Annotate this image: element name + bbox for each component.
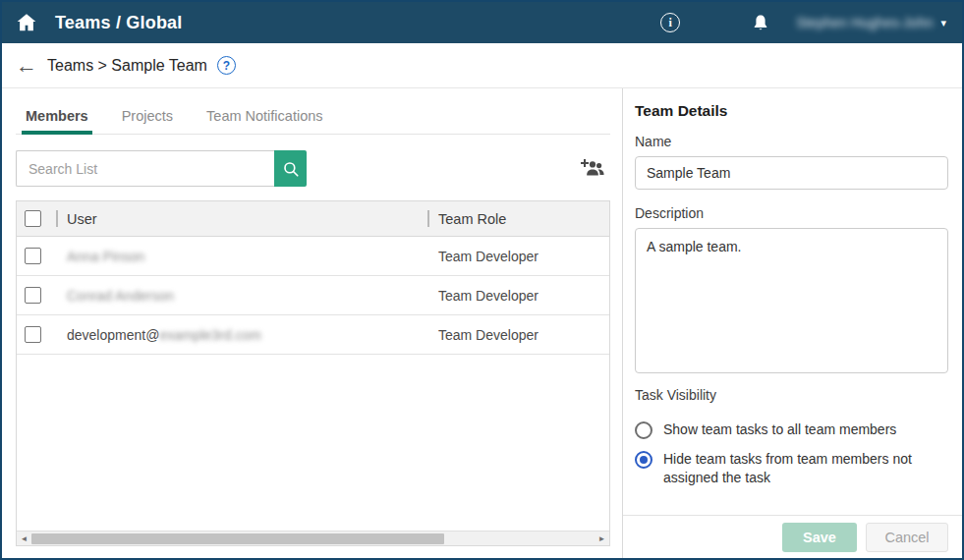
add-member-button[interactable] [579,159,604,179]
row-checkbox[interactable] [25,248,41,264]
user-email-domain-redacted: example3rd.com [159,327,261,343]
tab-members[interactable]: Members [24,104,90,134]
tab-team-notifications[interactable]: Team Notifications [204,104,324,134]
column-divider [56,210,58,227]
members-panel: Members Projects Team Notifications [2,88,623,558]
description-label: Description [635,205,948,221]
name-label: Name [635,134,948,149]
task-visibility-label: Task Visibility [635,387,948,403]
scroll-left-arrow-icon[interactable]: ◄ [17,534,31,543]
team-description-field[interactable]: A sample team. [635,228,948,373]
team-name-field[interactable] [635,156,948,190]
radio-show-team-tasks[interactable]: Show team tasks to all team members [635,420,948,439]
breadcrumb: Teams > Sample Team [47,57,207,75]
notifications-bell-icon[interactable] [751,13,770,32]
tab-bar: Members Projects Team Notifications [16,88,610,135]
app-title: Teams / Global [55,13,183,33]
column-divider [427,210,429,227]
radio-label: Show team tasks to all team members [663,420,896,439]
row-checkbox[interactable] [25,287,41,304]
table-empty-area [17,355,609,531]
scroll-right-arrow-icon[interactable]: ► [595,534,609,543]
column-header-team-role: Team Role [438,211,609,227]
back-arrow-icon[interactable]: ← [16,55,37,77]
search-icon [282,160,300,178]
chevron-down-icon: ▾ [940,17,946,29]
radio-selected-icon[interactable] [635,451,652,469]
app-grid-icon[interactable] [706,13,725,32]
search-input[interactable] [16,150,274,187]
horizontal-scrollbar[interactable]: ◄ ► [17,531,609,545]
radio-hide-team-tasks[interactable]: Hide team tasks from team members not as… [635,450,948,487]
user-account-menu[interactable]: Stephen Hughes-John ▾ [796,15,946,30]
members-table: User Team Role Anna Pinson Team Develope… [16,200,610,546]
table-row[interactable]: Conrad Anderson Team Developer [17,276,609,315]
column-header-user: User [67,211,427,227]
help-icon[interactable]: ? [217,56,236,75]
scrollbar-thumb[interactable] [31,533,444,544]
team-role-value: Team Developer [438,249,609,264]
team-details-panel: Team Details Name Description A sample t… [623,88,962,558]
table-row[interactable]: Anna Pinson Team Developer [17,237,609,276]
select-all-checkbox[interactable] [25,210,41,227]
action-footer: Save Cancel [623,515,962,558]
search-button[interactable] [274,150,307,187]
team-role-value: Team Developer [438,327,609,343]
radio-label: Hide team tasks from team members not as… [663,450,948,487]
search-row [16,150,610,187]
breadcrumb-bar: ← Teams > Sample Team ? [2,43,962,88]
panel-title: Team Details [635,102,948,120]
radio-icon[interactable] [635,421,652,439]
user-name-redacted: Conrad Anderson [67,288,174,304]
table-header-row: User Team Role [17,201,609,237]
tab-projects[interactable]: Projects [120,104,175,134]
user-email-prefix: development@ [67,327,159,343]
user-name-redacted: Stephen Hughes-John [796,15,933,30]
top-navigation-bar: Teams / Global i Stephen Hughes-John ▾ [2,2,962,43]
home-icon[interactable] [16,12,37,33]
add-user-icon [579,159,604,179]
team-role-value: Team Developer [438,288,609,304]
app-window: Teams / Global i Stephen Hughes-John ▾ ←… [0,0,964,560]
info-icon[interactable]: i [660,13,680,32]
user-name-redacted: Anna Pinson [67,249,144,264]
row-checkbox[interactable] [25,326,41,343]
save-button[interactable]: Save [782,523,857,552]
table-row[interactable]: development@example3rd.com Team Develope… [17,315,609,355]
cancel-button[interactable]: Cancel [866,523,948,552]
